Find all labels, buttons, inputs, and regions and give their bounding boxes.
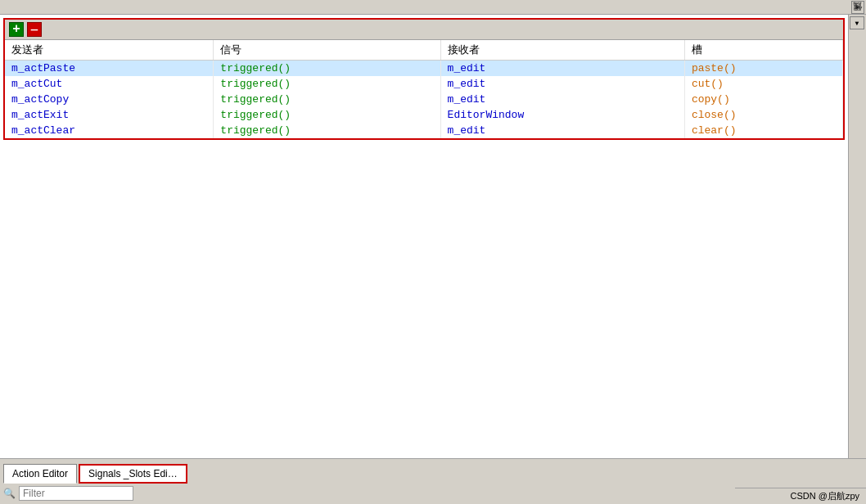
cell-signal: triggered() bbox=[214, 107, 440, 123]
table-header-row: 发送者 信号 接收者 槽 bbox=[5, 40, 843, 61]
right-panel: ▼ 属性 bbox=[848, 15, 866, 458]
table-row[interactable]: m_actPastetriggered()m_editpaste() bbox=[5, 61, 843, 77]
col-header-sender: 发送者 bbox=[5, 40, 214, 61]
tab-action-editor[interactable]: Action Editor bbox=[3, 464, 77, 484]
cell-sender: m_actCut bbox=[5, 76, 214, 92]
cell-sender: m_actPaste bbox=[5, 61, 214, 77]
scroll-right-btn[interactable]: ▶ bbox=[851, 1, 864, 14]
cell-receiver: m_edit bbox=[440, 76, 684, 92]
filter-input[interactable] bbox=[19, 486, 133, 501]
cell-receiver: EditorWindow bbox=[440, 107, 684, 123]
add-connection-button[interactable]: + bbox=[9, 22, 24, 37]
cell-slot: copy() bbox=[684, 92, 842, 107]
remove-connection-button[interactable]: — bbox=[27, 22, 42, 37]
table-toolbar: + — bbox=[5, 20, 843, 40]
table-row[interactable]: m_actExittriggered()EditorWindowclose() bbox=[5, 107, 843, 123]
cell-receiver: m_edit bbox=[440, 92, 684, 107]
cell-slot: cut() bbox=[684, 76, 842, 92]
cell-receiver: m_edit bbox=[440, 123, 684, 138]
col-header-signal: 信号 bbox=[214, 40, 440, 61]
cell-signal: triggered() bbox=[214, 61, 440, 77]
tabs-row: Action Editor Signals _Slots Edi… bbox=[0, 459, 866, 484]
cell-sender: m_actCopy bbox=[5, 92, 214, 107]
cell-signal: triggered() bbox=[214, 76, 440, 92]
status-bar: CSDN @启航zpy bbox=[735, 488, 866, 504]
table-row[interactable]: m_actCleartriggered()m_editclear() bbox=[5, 123, 843, 138]
col-header-slot: 槽 bbox=[684, 40, 842, 61]
signals-slots-table: 发送者 信号 接收者 槽 m_actPastetriggered()m_edit… bbox=[5, 40, 843, 138]
main-area: + — 发送者 信号 接收者 槽 m_actPastetriggered()m_… bbox=[0, 15, 866, 458]
col-header-receiver: 接收者 bbox=[440, 40, 684, 61]
table-row[interactable]: m_actCuttriggered()m_editcut() bbox=[5, 76, 843, 92]
table-row[interactable]: m_actCopytriggered()m_editcopy() bbox=[5, 92, 843, 107]
cell-sender: m_actClear bbox=[5, 123, 214, 138]
top-scrollbar: ▶ bbox=[0, 0, 866, 15]
panel-dropdown-btn[interactable]: ▼ bbox=[850, 16, 864, 29]
cell-slot: clear() bbox=[684, 123, 842, 138]
cell-slot: paste() bbox=[684, 61, 842, 77]
status-text: CSDN @启航zpy bbox=[790, 490, 859, 502]
cell-signal: triggered() bbox=[214, 92, 440, 107]
search-icon: 🔍 bbox=[3, 488, 16, 500]
cell-signal: triggered() bbox=[214, 123, 440, 138]
cell-slot: close() bbox=[684, 107, 842, 123]
tab-signals-slots[interactable]: Signals _Slots Edi… bbox=[79, 464, 187, 484]
cell-sender: m_actExit bbox=[5, 107, 214, 123]
table-container: + — 发送者 信号 接收者 槽 m_actPastetriggered()m_… bbox=[3, 18, 845, 140]
cell-receiver: m_edit bbox=[440, 61, 684, 77]
left-panel: + — 发送者 信号 接收者 槽 m_actPastetriggered()m_… bbox=[0, 15, 848, 458]
